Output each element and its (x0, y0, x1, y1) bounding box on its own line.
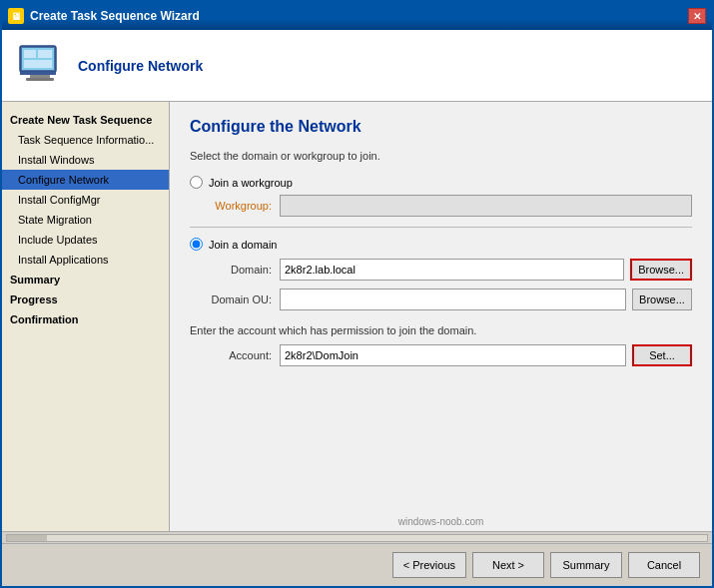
footer: < Previous Next > Summary Cancel (2, 543, 712, 586)
sidebar-item-configure-network[interactable]: Configure Network (2, 170, 169, 190)
cancel-button[interactable]: Cancel (628, 552, 700, 578)
svg-rect-5 (24, 50, 36, 58)
svg-rect-2 (20, 72, 56, 75)
domain-field-row: Domain: Browse... (190, 259, 692, 281)
sidebar-item-install-windows[interactable]: Install Windows (2, 150, 169, 170)
domain-ou-label: Domain OU: (190, 294, 280, 305)
scrollbar[interactable] (6, 534, 708, 542)
header-title: Configure Network (78, 58, 203, 74)
summary-button[interactable]: Summary (550, 552, 622, 578)
domain-radio-label[interactable]: Join a domain (209, 239, 278, 251)
sidebar-item-progress[interactable]: Progress (2, 290, 169, 309)
domain-label: Domain: (190, 264, 280, 276)
domain-ou-field-row: Domain OU: Browse... (190, 289, 692, 310)
sidebar-item-install-configmgr[interactable]: Install ConfigMgr (2, 190, 169, 210)
sidebar-item-install-apps[interactable]: Install Applications (2, 250, 169, 270)
title-bar-left: 🖥 Create Task Sequence Wizard (8, 8, 200, 24)
wizard-icon: 🖥 (8, 8, 24, 24)
account-field-row: Account: Set... (190, 344, 692, 366)
workgroup-radio-row: Join a workgroup (190, 176, 692, 189)
workgroup-field-row: Workgroup: (190, 195, 692, 217)
main-title: Configure the Network (190, 118, 692, 136)
sidebar-item-create-new[interactable]: Create New Task Sequence (2, 110, 169, 130)
sidebar-item-include-updates[interactable]: Include Updates (2, 230, 169, 250)
wizard-window: 🖥 Create Task Sequence Wizard ✕ Configur… (0, 0, 714, 588)
domain-radio[interactable] (190, 238, 203, 251)
sidebar: Create New Task Sequence Task Sequence I… (2, 102, 170, 531)
svg-rect-7 (24, 60, 52, 68)
workgroup-radio-label[interactable]: Join a workgroup (209, 177, 293, 189)
scrollbar-area (2, 531, 712, 543)
header-icon (16, 40, 64, 91)
sidebar-item-task-info[interactable]: Task Sequence Informatio... (2, 130, 169, 150)
sidebar-item-summary[interactable]: Summary (2, 270, 169, 290)
domain-ou-browse-button[interactable]: Browse... (632, 289, 692, 310)
main-panel: Configure the Network Select the domain … (170, 102, 712, 531)
domain-browse-button[interactable]: Browse... (630, 259, 692, 281)
description-text: Select the domain or workgroup to join. (190, 150, 692, 162)
workgroup-input[interactable] (280, 195, 692, 217)
account-input[interactable] (280, 344, 626, 366)
workgroup-label: Workgroup: (190, 200, 280, 212)
domain-radio-row: Join a domain (190, 238, 692, 251)
domain-ou-input[interactable] (280, 289, 626, 310)
workgroup-radio[interactable] (190, 176, 203, 189)
header-panel: Configure Network (2, 30, 712, 102)
domain-input[interactable] (280, 259, 624, 281)
window-title: Create Task Sequence Wizard (30, 9, 200, 23)
title-bar: 🖥 Create Task Sequence Wizard ✕ (2, 2, 712, 30)
close-button[interactable]: ✕ (688, 8, 706, 24)
set-button[interactable]: Set... (632, 344, 692, 366)
svg-rect-6 (38, 50, 52, 58)
watermark: windows-noob.com (398, 516, 484, 527)
account-label: Account: (190, 349, 280, 361)
scrollbar-thumb[interactable] (7, 535, 47, 541)
svg-rect-3 (30, 75, 50, 78)
content-area: Create New Task Sequence Task Sequence I… (2, 102, 712, 531)
previous-button[interactable]: < Previous (392, 552, 466, 578)
sidebar-item-state-migration[interactable]: State Migration (2, 210, 169, 230)
header-text-area: Configure Network (78, 58, 203, 74)
footer-buttons: < Previous Next > Summary Cancel (392, 552, 700, 578)
svg-rect-4 (26, 78, 54, 81)
next-button[interactable]: Next > (472, 552, 544, 578)
sidebar-item-confirmation[interactable]: Confirmation (2, 309, 169, 329)
account-note: Enter the account which has permission t… (190, 324, 692, 336)
